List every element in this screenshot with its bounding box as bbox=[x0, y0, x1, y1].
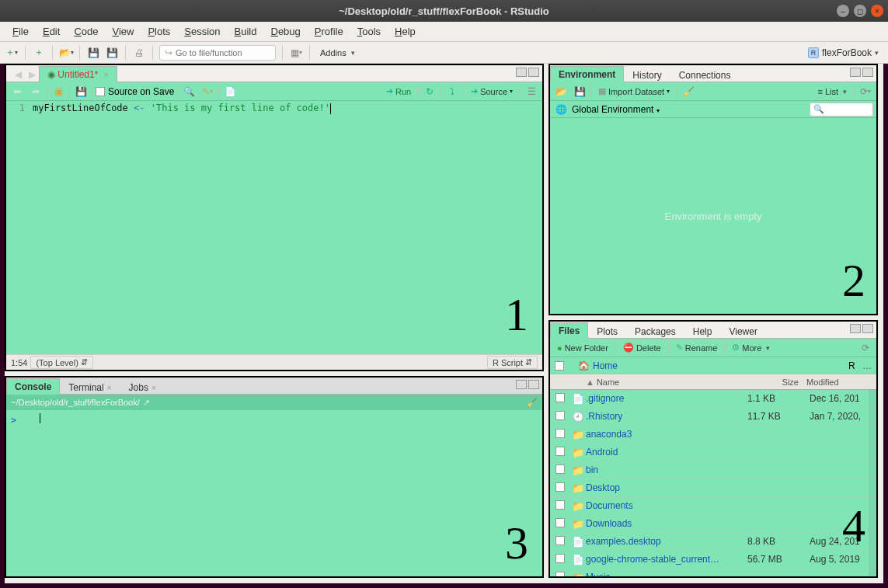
row-checkbox[interactable] bbox=[550, 482, 570, 494]
row-checkbox[interactable] bbox=[550, 429, 570, 440]
pane-maximize-button[interactable] bbox=[862, 68, 873, 77]
col-header-modified[interactable]: Modified bbox=[806, 378, 876, 387]
forward-arrow-icon[interactable]: ➡ bbox=[28, 85, 44, 99]
window-close-button[interactable]: × bbox=[871, 5, 883, 17]
tab-files[interactable]: Files bbox=[550, 322, 588, 339]
more-menu[interactable]: ⚙ More bbox=[728, 342, 774, 353]
row-checkbox[interactable] bbox=[550, 554, 570, 565]
language-mode[interactable]: R Script ⇵ bbox=[487, 356, 538, 369]
col-header-name[interactable]: ▲Name bbox=[570, 378, 744, 387]
col-header-size[interactable]: Size bbox=[744, 378, 806, 387]
clear-env-icon[interactable]: 🧹 bbox=[681, 85, 696, 99]
menu-profile[interactable]: Profile bbox=[308, 23, 350, 40]
menu-file[interactable]: File bbox=[6, 23, 35, 40]
file-name[interactable]: Android bbox=[586, 447, 747, 458]
save-button[interactable]: 💾 bbox=[86, 46, 100, 60]
save-workspace-icon[interactable]: 💾 bbox=[572, 85, 587, 99]
file-name[interactable]: .Rhistory bbox=[586, 411, 747, 422]
scrollbar[interactable] bbox=[869, 390, 876, 576]
source-on-save-checkbox[interactable]: Source on Save bbox=[96, 86, 174, 97]
delete-button[interactable]: ⛔ Delete bbox=[619, 342, 665, 353]
file-name[interactable]: google-chrome-stable_current… bbox=[586, 554, 747, 565]
compile-report-icon[interactable]: 📄 bbox=[222, 85, 238, 99]
tab-jobs[interactable]: Jobs× bbox=[120, 379, 165, 395]
save-all-button[interactable]: 💾 bbox=[105, 46, 119, 60]
refresh-files-icon[interactable]: ⟳ bbox=[858, 341, 873, 355]
file-name[interactable]: Music bbox=[586, 572, 747, 576]
menu-build[interactable]: Build bbox=[228, 23, 263, 40]
goto-project-dir-icon[interactable]: R bbox=[848, 360, 859, 371]
new-project-button[interactable]: ＋ bbox=[32, 46, 46, 60]
load-workspace-icon[interactable]: 📂 bbox=[553, 85, 569, 99]
file-row[interactable]: 📁Downloads bbox=[550, 515, 876, 533]
run-button[interactable]: ➔Run bbox=[382, 85, 415, 97]
row-checkbox[interactable] bbox=[550, 572, 570, 577]
menu-session[interactable]: Session bbox=[178, 23, 226, 40]
window-minimize-button[interactable]: – bbox=[837, 5, 849, 17]
row-checkbox[interactable] bbox=[550, 464, 570, 476]
find-replace-icon[interactable]: 🔍 bbox=[181, 85, 197, 99]
pane-minimize-button[interactable] bbox=[850, 324, 861, 333]
scope-selector[interactable]: (Top Level) ⇵ bbox=[30, 356, 92, 369]
source-button[interactable]: ➔Source ▾ bbox=[467, 85, 517, 97]
more-path-icon[interactable]: … bbox=[862, 360, 872, 371]
goto-input[interactable] bbox=[176, 48, 270, 57]
refresh-env-icon[interactable]: ⟳▾ bbox=[858, 85, 873, 99]
import-dataset-menu[interactable]: ▦ Import Dataset ▾ bbox=[594, 85, 674, 97]
source-tab-untitled[interactable]: ◉ Untitled1* × bbox=[39, 66, 117, 82]
pane-maximize-button[interactable] bbox=[528, 380, 539, 389]
file-name[interactable]: Downloads bbox=[586, 518, 747, 529]
row-checkbox[interactable] bbox=[550, 393, 570, 405]
tab-packages[interactable]: Packages bbox=[626, 323, 684, 339]
menu-help[interactable]: Help bbox=[388, 23, 422, 40]
breadcrumb-home[interactable]: Home bbox=[593, 360, 618, 371]
file-name[interactable]: .gitignore bbox=[586, 393, 747, 404]
menu-tools[interactable]: Tools bbox=[351, 23, 387, 40]
row-checkbox[interactable] bbox=[550, 500, 570, 512]
back-nav-icon[interactable]: ◀ bbox=[11, 68, 25, 82]
outline-toggle-icon[interactable]: ☰ bbox=[524, 85, 539, 99]
file-row[interactable]: 📁Desktop bbox=[550, 479, 876, 497]
tab-history[interactable]: History bbox=[624, 67, 670, 82]
menu-plots[interactable]: Plots bbox=[141, 23, 176, 40]
file-name[interactable]: examples.desktop bbox=[586, 536, 747, 547]
file-row[interactable]: 📄.gitignore1.1 KBDec 16, 201 bbox=[550, 390, 876, 408]
menu-edit[interactable]: Edit bbox=[37, 23, 66, 40]
new-folder-button[interactable]: ● New Folder bbox=[553, 343, 612, 353]
grid-view-button[interactable]: ▦▾ bbox=[289, 46, 303, 60]
row-checkbox[interactable] bbox=[550, 536, 570, 548]
row-checkbox[interactable] bbox=[550, 411, 570, 423]
addins-menu[interactable]: Addins bbox=[316, 47, 359, 58]
file-row[interactable]: 📁bin bbox=[550, 461, 876, 479]
pane-maximize-button[interactable] bbox=[528, 68, 539, 77]
open-dir-icon[interactable]: ↗ bbox=[143, 398, 150, 408]
rename-button[interactable]: ✎ Rename bbox=[672, 342, 722, 353]
pane-minimize-button[interactable] bbox=[516, 68, 527, 77]
tab-close-icon[interactable]: × bbox=[107, 384, 112, 392]
tab-console[interactable]: Console bbox=[6, 378, 60, 395]
file-row[interactable]: 📄examples.desktop8.8 KBAug 24, 201 bbox=[550, 533, 876, 551]
console-body[interactable]: > bbox=[6, 410, 542, 576]
pane-minimize-button[interactable] bbox=[850, 68, 861, 77]
show-in-new-window-icon[interactable]: ▣ bbox=[50, 85, 66, 99]
select-all-checkbox[interactable] bbox=[555, 361, 564, 371]
home-icon[interactable]: 🏠 bbox=[578, 360, 590, 371]
tab-help[interactable]: Help bbox=[684, 323, 721, 339]
code-text[interactable]: myFirstLineOfCode <- 'This is my first l… bbox=[30, 101, 542, 354]
forward-nav-icon[interactable]: ▶ bbox=[25, 68, 39, 82]
tab-close-icon[interactable]: × bbox=[104, 71, 109, 79]
rerun-icon[interactable]: ↻ bbox=[422, 85, 437, 99]
env-view-mode[interactable]: ≡ List bbox=[813, 86, 851, 97]
print-button[interactable]: 🖨 bbox=[132, 46, 146, 60]
new-file-button[interactable]: ＋▾ bbox=[5, 46, 19, 60]
save-file-icon[interactable]: 💾 bbox=[73, 85, 89, 99]
tab-close-icon[interactable]: × bbox=[151, 384, 156, 392]
row-checkbox[interactable] bbox=[550, 447, 570, 458]
goto-file-function-box[interactable]: ↪ bbox=[159, 45, 276, 61]
file-row[interactable]: 📁Android bbox=[550, 444, 876, 461]
go-to-next-chunk-icon[interactable]: ⤵ bbox=[444, 85, 460, 99]
file-name[interactable]: Documents bbox=[586, 500, 747, 511]
file-row[interactable]: 📁Music bbox=[550, 569, 876, 576]
file-name[interactable]: bin bbox=[586, 464, 747, 475]
open-file-button[interactable]: 📂▾ bbox=[59, 46, 73, 60]
